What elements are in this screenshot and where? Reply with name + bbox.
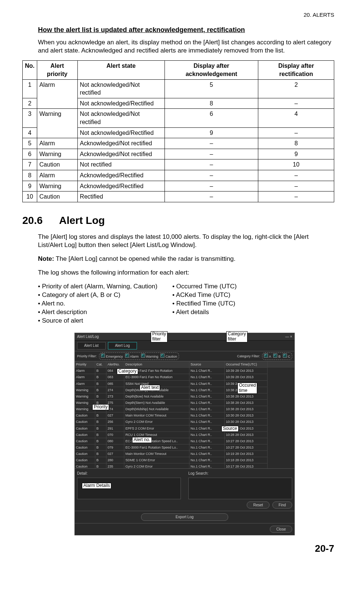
list-item: Alert no. <box>38 300 157 308</box>
table-row[interactable]: CautionB080EC-3000 Fan2 Rotation Speed L… <box>75 438 294 444</box>
callout-alert-no: Alert no. <box>132 437 152 443</box>
callout-category-filter: Category filter <box>226 331 248 342</box>
section-heading: 20.6 Alert Log <box>22 213 334 228</box>
page-number: 20-7 <box>22 542 334 555</box>
category-filter-group[interactable]: A B C <box>262 352 292 360</box>
th-no: No. <box>23 61 37 79</box>
priority-filter-label: Priority Filter: <box>77 354 97 358</box>
section-para1: The [Alert] log stores and displays the … <box>38 233 334 250</box>
th-priority: Alert priority <box>37 61 77 79</box>
table-row[interactable]: AlarmB083EC-3000 Fan1 Fan No RotationNo.… <box>75 374 294 380</box>
info-list-left: Priority of alert (Alarm, Warning, Cauti… <box>38 282 157 325</box>
priority-filter-checkbox[interactable]: Caution <box>160 354 177 359</box>
category-filter-checkbox[interactable]: A <box>264 354 271 359</box>
chapter-header: 20. ALERTS <box>22 11 334 19</box>
window-title: Alert List/Log <box>77 334 99 339</box>
detail-label: Detail: <box>77 471 181 476</box>
close-button[interactable]: Close <box>270 526 292 533</box>
list-item: Category of alert (A, B or C) <box>38 291 157 300</box>
table-row[interactable]: CautionB291EPFS 2 COM ErrorNo.1 Chart R.… <box>75 425 294 432</box>
callout-category: Category <box>117 368 138 374</box>
th-rect: Display after rectification <box>258 61 334 79</box>
list-item: Occurred Time (UTC) <box>172 282 237 291</box>
subheading: How the alert list is updated after ackn… <box>38 25 334 34</box>
note-text: The [Alert Log] cannot be opened while t… <box>54 255 235 262</box>
section-number: 20.6 <box>22 213 57 228</box>
reset-button[interactable]: Reset <box>247 501 269 509</box>
search-box[interactable] <box>188 478 292 499</box>
category-filter-label: Category Filter: <box>237 354 260 358</box>
note-label: Note: <box>38 255 54 262</box>
section-note: Note: The [Alert Log] cannot be opened w… <box>38 255 334 263</box>
table-row[interactable]: CautionB256Gyro 2 COM ErrorNo.1 Chart R.… <box>75 419 294 425</box>
table-row[interactable]: WarningB274Depth(Midship) Not AvailableN… <box>75 387 294 393</box>
column-header[interactable]: Occurred Time(UTC) <box>225 361 268 368</box>
search-label: Log Search: <box>188 471 292 476</box>
category-filter-checkbox[interactable]: C <box>283 354 290 359</box>
table-row[interactable]: CautionB027Main Monitor COM TimeoutNo.1 … <box>75 412 294 419</box>
callout-alert-text: Alert text <box>140 385 160 391</box>
table-row[interactable]: CautionB079EC-3000 Fan1 Rotation Speed L… <box>75 444 294 451</box>
th-state: Alert state <box>77 61 165 79</box>
list-item: Rectified Time (UTC) <box>172 300 237 308</box>
column-header[interactable]: AlertNo. <box>106 361 124 368</box>
callout-priority: Priority <box>92 404 109 410</box>
table-row[interactable]: CautionB280SDME 1 COM ErrorNo.1 Chart R.… <box>75 457 294 463</box>
table-row[interactable]: AlarmB084EC-3000 Fan2 Fan No RotationNo.… <box>75 368 294 374</box>
priority-filter-checkbox[interactable]: Emergency <box>101 354 123 359</box>
intro-paragraph: When you acknowledge an alert, its displ… <box>38 38 334 56</box>
column-header[interactable]: Priority <box>75 361 95 368</box>
window-controls[interactable]: — × <box>285 334 292 339</box>
list-item: Alert details <box>172 308 237 317</box>
table-row[interactable]: AlarmB085SS84 Not UsedNo.1 Chart R..10:3… <box>75 381 294 387</box>
table-row[interactable]: CautionB070RCU 1 COM TimeoutNo.1 Chart R… <box>75 432 294 438</box>
callout-priority-filter: Priority filter <box>151 331 167 342</box>
find-button[interactable]: Find <box>272 501 292 509</box>
list-item: ACKed Time (UTC) <box>172 291 237 300</box>
list-item: Priority of alert (Alarm, Warning, Cauti… <box>38 282 157 291</box>
callout-alarm-details: Alarm Details <box>82 483 111 489</box>
callout-source: Source <box>221 426 239 432</box>
priority-filter-checkbox[interactable]: Alarm <box>125 354 139 359</box>
table-row[interactable]: CautionB027Main Monitor COM TimeoutNo.1 … <box>75 451 294 457</box>
category-filter-checkbox[interactable]: B <box>273 354 281 359</box>
list-item: Source of alert <box>38 317 157 325</box>
callout-occurred-time: Occured time <box>237 383 257 394</box>
th-ack: Display after acknowledgement <box>165 61 258 79</box>
priority-filter-checkbox[interactable]: Warning <box>141 354 159 359</box>
tab-alert-list[interactable]: Alert List <box>77 342 106 349</box>
column-header[interactable]: Source <box>189 361 225 368</box>
column-header[interactable]: Description <box>124 361 189 368</box>
alert-update-table: No. Alert priority Alert state Display a… <box>22 60 334 202</box>
table-row[interactable]: CautionB235Gyro 2 COM ErrorNo.1 Chart R.… <box>75 463 294 468</box>
tab-alert-log[interactable]: Alert Log <box>108 342 137 349</box>
info-list-right: Occurred Time (UTC)ACKed Time (UTC)Recti… <box>172 282 237 325</box>
table-row[interactable]: WarningB273Depth(Bow) Not AvailableNo.1 … <box>75 393 294 400</box>
column-header[interactable]: Cat. <box>95 361 106 368</box>
grid-header: PriorityCat.AlertNo.DescriptionSourceOcc… <box>75 361 294 368</box>
export-log-button[interactable]: Export Log <box>141 513 228 521</box>
grid-body[interactable]: AlarmB084EC-3000 Fan2 Fan No RotationNo.… <box>75 368 294 468</box>
list-item: Alert description <box>38 308 157 317</box>
screenshot-figure: Priority filter Category filter Category… <box>74 333 294 535</box>
section-title: Alert Log <box>59 215 105 226</box>
section-para2: The log shows the following information … <box>38 269 334 277</box>
priority-filter-group[interactable]: Emergency Alarm Warning Caution <box>99 352 179 360</box>
